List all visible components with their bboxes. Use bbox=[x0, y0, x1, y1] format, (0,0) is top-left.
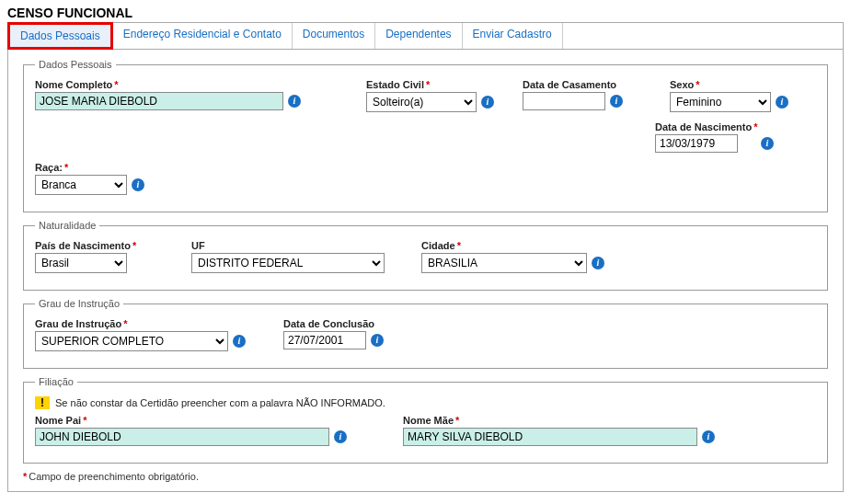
info-icon[interactable]: i bbox=[288, 95, 301, 108]
select-estado-civil[interactable]: Solteiro(a) bbox=[366, 92, 477, 112]
label-raca: Raça: bbox=[35, 162, 63, 173]
legend-dados-pessoais: Dados Pessoais bbox=[35, 59, 116, 70]
fieldset-grau-instrucao: Grau de Instrução Grau de Instrução* SUP… bbox=[23, 298, 828, 369]
label-data-casamento: Data de Casamento bbox=[523, 79, 616, 90]
label-pais-nascimento: País de Nascimento bbox=[35, 240, 131, 251]
label-grau-instrucao: Grau de Instrução bbox=[35, 318, 121, 329]
info-icon[interactable]: i bbox=[371, 334, 384, 347]
required-marker: * bbox=[696, 79, 699, 90]
label-nome-pai: Nome Pai bbox=[35, 415, 81, 426]
info-icon[interactable]: i bbox=[776, 96, 788, 109]
input-data-casamento[interactable] bbox=[523, 92, 605, 110]
label-nome-completo: Nome Completo bbox=[35, 79, 112, 90]
tab-endereco-contato[interactable]: Endereço Residencial e Contato bbox=[113, 23, 293, 49]
label-sexo: Sexo bbox=[670, 79, 694, 90]
info-icon[interactable]: i bbox=[233, 335, 246, 348]
select-raca[interactable]: Branca bbox=[35, 175, 127, 195]
required-marker: * bbox=[753, 121, 757, 132]
tab-enviar-cadastro[interactable]: Enviar Cadastro bbox=[463, 23, 563, 49]
filiacao-note: Se não constar da Certidão preencher com… bbox=[35, 396, 816, 409]
input-nome-mae[interactable] bbox=[403, 428, 697, 446]
label-uf: UF bbox=[191, 240, 205, 251]
select-uf[interactable]: DISTRITO FEDERAL bbox=[191, 253, 385, 273]
label-estado-civil: Estado Civil bbox=[366, 79, 424, 90]
info-icon[interactable]: i bbox=[592, 257, 604, 269]
required-marker: * bbox=[426, 79, 430, 90]
info-icon[interactable]: i bbox=[610, 95, 623, 108]
label-cidade: Cidade bbox=[421, 240, 455, 251]
content-panel: Dados Pessoais Nome Completo* i Estado C… bbox=[7, 49, 844, 492]
select-grau-instrucao[interactable]: SUPERIOR COMPLETO bbox=[35, 331, 228, 351]
fieldset-dados-pessoais: Dados Pessoais Nome Completo* i Estado C… bbox=[23, 59, 828, 212]
label-data-conclusao: Data de Conclusão bbox=[283, 318, 374, 329]
required-marker: * bbox=[114, 79, 118, 90]
page-title: CENSO FUNCIONAL bbox=[7, 6, 844, 20]
legend-naturalidade: Naturalidade bbox=[35, 220, 99, 231]
info-icon[interactable]: i bbox=[761, 137, 774, 150]
input-data-conclusao[interactable] bbox=[283, 331, 366, 349]
tab-documentos[interactable]: Documentos bbox=[293, 23, 375, 49]
select-cidade[interactable]: BRASILIA bbox=[421, 253, 587, 273]
required-marker: * bbox=[455, 415, 459, 426]
required-marker: * bbox=[123, 318, 127, 329]
input-nome-pai[interactable] bbox=[35, 428, 329, 446]
info-icon[interactable]: i bbox=[334, 430, 347, 443]
legend-filiacao: Filiação bbox=[35, 376, 77, 387]
required-marker: * bbox=[83, 415, 86, 426]
select-pais[interactable]: Brasil bbox=[35, 253, 127, 273]
tab-dependentes[interactable]: Dependentes bbox=[375, 23, 462, 49]
info-icon[interactable]: i bbox=[702, 430, 715, 443]
tab-dados-pessoais[interactable]: Dados Pessoais bbox=[7, 22, 113, 50]
legend-grau-instrucao: Grau de Instrução bbox=[35, 298, 123, 309]
input-data-nascimento[interactable] bbox=[655, 134, 738, 153]
label-data-nascimento: Data de Nascimento bbox=[655, 121, 752, 132]
required-marker: * bbox=[132, 240, 136, 251]
fieldset-naturalidade: Naturalidade País de Nascimento* Brasil … bbox=[23, 220, 828, 291]
required-marker: * bbox=[64, 162, 68, 173]
tab-bar: Dados Pessoais Endereço Residencial e Co… bbox=[7, 22, 844, 49]
select-sexo[interactable]: Feminino bbox=[670, 92, 771, 112]
fieldset-filiacao: Filiação Se não constar da Certidão pree… bbox=[23, 376, 828, 464]
required-marker: * bbox=[457, 240, 461, 251]
required-footnote: *Campo de preenchimento obrigatório. bbox=[23, 471, 828, 482]
filiacao-note-text: Se não constar da Certidão preencher com… bbox=[55, 397, 385, 408]
info-icon[interactable]: i bbox=[481, 96, 494, 109]
info-icon[interactable]: i bbox=[132, 178, 144, 191]
label-nome-mae: Nome Mãe bbox=[403, 415, 454, 426]
input-nome-completo[interactable] bbox=[35, 92, 283, 110]
warning-icon bbox=[35, 396, 50, 409]
